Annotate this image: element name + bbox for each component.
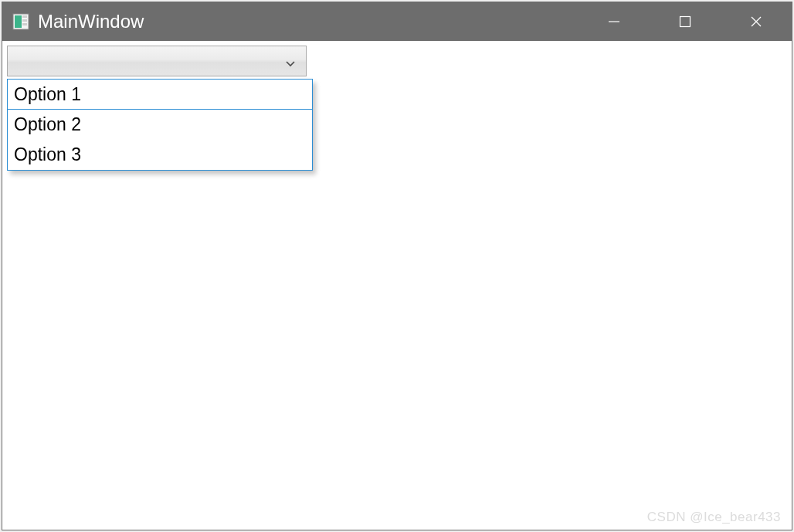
- combobox-option-label: Option 1: [14, 84, 81, 105]
- combobox-dropdown: Option 1 Option 2 Option 3: [7, 79, 313, 171]
- maximize-button[interactable]: [650, 2, 721, 41]
- titlebar[interactable]: MainWindow: [2, 2, 792, 41]
- combobox-option[interactable]: Option 1: [8, 80, 312, 110]
- combobox[interactable]: [7, 46, 307, 76]
- main-window: MainWindow Option 1 Option 2: [2, 2, 792, 530]
- minimize-button[interactable]: [579, 2, 650, 41]
- watermark-text: CSDN @Ice_bear433: [647, 510, 781, 525]
- client-area: Option 1 Option 2 Option 3 CSDN @Ice_bea…: [2, 41, 792, 530]
- svg-rect-3: [22, 19, 27, 22]
- svg-rect-4: [22, 23, 27, 25]
- combobox-option[interactable]: Option 2: [8, 110, 312, 140]
- window-title: MainWindow: [38, 11, 579, 32]
- window-controls: [579, 2, 792, 41]
- combobox-option[interactable]: Option 3: [8, 140, 312, 170]
- combobox-option-label: Option 2: [14, 114, 81, 135]
- chevron-down-icon: [286, 56, 295, 66]
- svg-rect-1: [15, 15, 22, 28]
- combobox-option-label: Option 3: [14, 144, 81, 165]
- svg-rect-6: [680, 17, 691, 27]
- svg-rect-2: [22, 15, 27, 18]
- app-icon: [12, 12, 30, 31]
- close-button[interactable]: [721, 2, 792, 41]
